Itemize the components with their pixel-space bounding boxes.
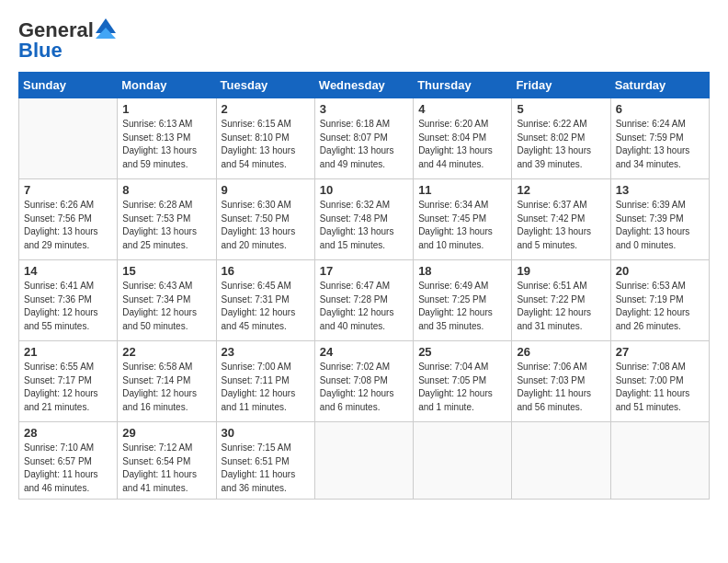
cell-info: Sunrise: 7:04 AM Sunset: 7:05 PM Dayligh… [418,361,506,414]
day-number: 1 [122,102,210,116]
calendar-cell: 17Sunrise: 6:47 AM Sunset: 7:28 PM Dayli… [314,260,413,341]
day-number: 5 [517,102,605,116]
cell-info: Sunrise: 7:00 AM Sunset: 7:11 PM Dayligh… [222,361,310,414]
calendar-cell [414,422,512,500]
weekday-header-tuesday: Tuesday [216,73,314,98]
weekday-header-thursday: Thursday [414,73,512,98]
day-number: 21 [24,345,112,359]
calendar-cell: 18Sunrise: 6:49 AM Sunset: 7:25 PM Dayli… [414,260,512,341]
cell-info: Sunrise: 6:13 AM Sunset: 8:13 PM Dayligh… [122,118,210,171]
calendar-cell: 3Sunrise: 6:18 AM Sunset: 8:07 PM Daylig… [314,98,413,179]
cell-info: Sunrise: 7:10 AM Sunset: 6:57 PM Dayligh… [24,442,112,495]
calendar-cell: 25Sunrise: 7:04 AM Sunset: 7:05 PM Dayli… [414,341,512,422]
cell-info: Sunrise: 6:45 AM Sunset: 7:31 PM Dayligh… [222,280,310,333]
day-number: 22 [122,345,210,359]
calendar-cell: 21Sunrise: 6:55 AM Sunset: 7:17 PM Dayli… [19,341,118,422]
cell-info: Sunrise: 6:41 AM Sunset: 7:36 PM Dayligh… [24,280,112,333]
calendar-cell: 26Sunrise: 7:06 AM Sunset: 7:03 PM Dayli… [512,341,610,422]
day-number: 28 [24,426,112,440]
calendar-cell: 6Sunrise: 6:24 AM Sunset: 7:59 PM Daylig… [610,98,709,179]
day-number: 8 [122,183,210,197]
calendar-cell: 4Sunrise: 6:20 AM Sunset: 8:04 PM Daylig… [414,98,512,179]
cell-info: Sunrise: 6:15 AM Sunset: 8:10 PM Dayligh… [222,118,310,171]
calendar-cell: 12Sunrise: 6:37 AM Sunset: 7:42 PM Dayli… [512,179,610,260]
calendar-table: SundayMondayTuesdayWednesdayThursdayFrid… [18,72,710,500]
cell-info: Sunrise: 6:18 AM Sunset: 8:07 PM Dayligh… [320,118,408,171]
week-row-3: 14Sunrise: 6:41 AM Sunset: 7:36 PM Dayli… [19,260,710,341]
cell-info: Sunrise: 6:37 AM Sunset: 7:42 PM Dayligh… [517,199,605,252]
cell-info: Sunrise: 7:08 AM Sunset: 7:00 PM Dayligh… [616,361,704,414]
calendar-cell: 22Sunrise: 6:58 AM Sunset: 7:14 PM Dayli… [118,341,216,422]
day-number: 12 [517,183,605,197]
day-number: 3 [320,102,408,116]
day-number: 15 [122,264,210,278]
week-row-2: 7Sunrise: 6:26 AM Sunset: 7:56 PM Daylig… [19,179,710,260]
day-number: 24 [320,345,408,359]
day-number: 14 [24,264,112,278]
cell-info: Sunrise: 7:06 AM Sunset: 7:03 PM Dayligh… [517,361,605,414]
calendar-cell: 11Sunrise: 6:34 AM Sunset: 7:45 PM Dayli… [414,179,512,260]
day-number: 13 [616,183,704,197]
calendar-cell: 1Sunrise: 6:13 AM Sunset: 8:13 PM Daylig… [118,98,216,179]
cell-info: Sunrise: 6:26 AM Sunset: 7:56 PM Dayligh… [24,199,112,252]
day-number: 4 [418,102,506,116]
calendar-cell: 5Sunrise: 6:22 AM Sunset: 8:02 PM Daylig… [512,98,610,179]
calendar-cell [512,422,610,500]
cell-info: Sunrise: 6:55 AM Sunset: 7:17 PM Dayligh… [24,361,112,414]
day-number: 23 [222,345,310,359]
calendar-cell: 27Sunrise: 7:08 AM Sunset: 7:00 PM Dayli… [610,341,709,422]
calendar-cell [314,422,413,500]
calendar-cell: 20Sunrise: 6:53 AM Sunset: 7:19 PM Dayli… [610,260,709,341]
week-row-5: 28Sunrise: 7:10 AM Sunset: 6:57 PM Dayli… [19,422,710,500]
cell-info: Sunrise: 6:49 AM Sunset: 7:25 PM Dayligh… [418,280,506,333]
calendar-cell: 29Sunrise: 7:12 AM Sunset: 6:54 PM Dayli… [118,422,216,500]
cell-info: Sunrise: 6:34 AM Sunset: 7:45 PM Dayligh… [418,199,506,252]
cell-info: Sunrise: 7:15 AM Sunset: 6:51 PM Dayligh… [222,442,310,495]
day-number: 18 [418,264,506,278]
day-number: 7 [24,183,112,197]
cell-info: Sunrise: 6:22 AM Sunset: 8:02 PM Dayligh… [517,118,605,171]
page-header: General Blue [18,18,710,63]
week-row-1: 1Sunrise: 6:13 AM Sunset: 8:13 PM Daylig… [19,98,710,179]
calendar-cell: 14Sunrise: 6:41 AM Sunset: 7:36 PM Dayli… [19,260,118,341]
calendar-cell: 30Sunrise: 7:15 AM Sunset: 6:51 PM Dayli… [216,422,314,500]
calendar-cell: 16Sunrise: 6:45 AM Sunset: 7:31 PM Dayli… [216,260,314,341]
cell-info: Sunrise: 6:32 AM Sunset: 7:48 PM Dayligh… [320,199,408,252]
day-number: 16 [222,264,310,278]
calendar-cell: 9Sunrise: 6:30 AM Sunset: 7:50 PM Daylig… [216,179,314,260]
day-number: 2 [222,102,310,116]
day-number: 26 [517,345,605,359]
calendar-cell: 2Sunrise: 6:15 AM Sunset: 8:10 PM Daylig… [216,98,314,179]
day-number: 19 [517,264,605,278]
calendar-cell: 7Sunrise: 6:26 AM Sunset: 7:56 PM Daylig… [19,179,118,260]
cell-info: Sunrise: 6:30 AM Sunset: 7:50 PM Dayligh… [222,199,310,252]
calendar-cell: 19Sunrise: 6:51 AM Sunset: 7:22 PM Dayli… [512,260,610,341]
day-number: 30 [222,426,310,440]
cell-info: Sunrise: 7:12 AM Sunset: 6:54 PM Dayligh… [122,442,210,495]
week-row-4: 21Sunrise: 6:55 AM Sunset: 7:17 PM Dayli… [19,341,710,422]
cell-info: Sunrise: 6:51 AM Sunset: 7:22 PM Dayligh… [517,280,605,333]
cell-info: Sunrise: 6:20 AM Sunset: 8:04 PM Dayligh… [418,118,506,171]
calendar-cell [610,422,709,500]
cell-info: Sunrise: 6:43 AM Sunset: 7:34 PM Dayligh… [122,280,210,333]
cell-info: Sunrise: 6:28 AM Sunset: 7:53 PM Dayligh… [122,199,210,252]
calendar-cell: 28Sunrise: 7:10 AM Sunset: 6:57 PM Dayli… [19,422,118,500]
cell-info: Sunrise: 6:47 AM Sunset: 7:28 PM Dayligh… [320,280,408,333]
logo-icon [96,18,116,39]
cell-info: Sunrise: 7:02 AM Sunset: 7:08 PM Dayligh… [320,361,408,414]
calendar-cell: 8Sunrise: 6:28 AM Sunset: 7:53 PM Daylig… [118,179,216,260]
calendar-cell: 15Sunrise: 6:43 AM Sunset: 7:34 PM Dayli… [118,260,216,341]
cell-info: Sunrise: 6:39 AM Sunset: 7:39 PM Dayligh… [616,199,704,252]
calendar-cell [19,98,118,179]
calendar-cell: 24Sunrise: 7:02 AM Sunset: 7:08 PM Dayli… [314,341,413,422]
weekday-header-row: SundayMondayTuesdayWednesdayThursdayFrid… [19,73,710,98]
weekday-header-wednesday: Wednesday [314,73,413,98]
day-number: 25 [418,345,506,359]
day-number: 29 [122,426,210,440]
day-number: 20 [616,264,704,278]
day-number: 17 [320,264,408,278]
weekday-header-monday: Monday [118,73,216,98]
day-number: 9 [222,183,310,197]
calendar-cell: 23Sunrise: 7:00 AM Sunset: 7:11 PM Dayli… [216,341,314,422]
weekday-header-sunday: Sunday [19,73,118,98]
